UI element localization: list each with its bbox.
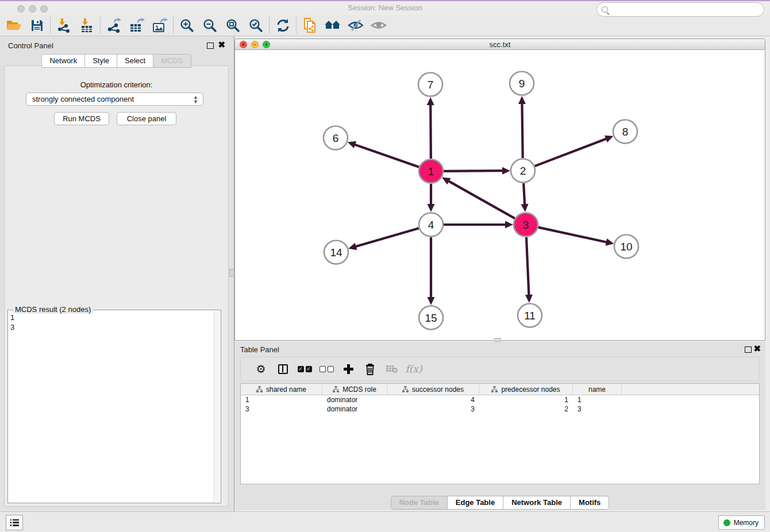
graph-edge-3-1[interactable] — [442, 178, 515, 218]
search-input[interactable] — [611, 5, 755, 14]
graph-edge-4-3[interactable] — [444, 221, 513, 229]
control-panel: Control Panel ✖ Network Style Select MCD… — [0, 36, 233, 511]
graph-node-label: 9 — [519, 78, 525, 90]
control-panel-float-button[interactable] — [207, 43, 214, 49]
graph-node-3[interactable]: 3 — [514, 213, 538, 237]
graph-edge-1-6[interactable] — [348, 141, 419, 167]
graph-edge-2-3[interactable] — [521, 183, 529, 212]
column-header-shared-name[interactable]: shared name — [241, 384, 322, 395]
save-session-button[interactable] — [25, 16, 48, 34]
zoom-selected-button[interactable] — [244, 16, 267, 34]
column-type-icon — [256, 386, 263, 392]
graph-node-14[interactable]: 14 — [324, 241, 348, 264]
network-graph[interactable]: 7968124314101511 — [235, 51, 765, 341]
graph-edge-3-11[interactable] — [525, 237, 533, 303]
columns-icon — [278, 364, 288, 374]
panel-splitter-handle[interactable] — [229, 269, 234, 277]
tab-motifs[interactable]: Motifs — [571, 496, 609, 510]
table-tabs: Node Table Edge Table Network Table Moti… — [234, 496, 765, 510]
network-window-titlebar[interactable]: × − + scc.txt — [235, 39, 765, 50]
optimization-criterion-label: Optimization criterion: — [5, 80, 228, 89]
task-history-button[interactable] — [6, 515, 23, 530]
graph-edge-2-9[interactable] — [518, 96, 526, 158]
graph-node-1[interactable]: 1 — [419, 160, 443, 183]
tab-style[interactable]: Style — [85, 54, 117, 68]
delete-column-button[interactable] — [359, 359, 381, 379]
close-panel-button[interactable]: Close panel — [117, 112, 176, 125]
split-view-button[interactable] — [272, 359, 294, 379]
tab-edge-table[interactable]: Edge Table — [448, 496, 503, 510]
table-panel-float-button[interactable] — [745, 346, 752, 353]
import-table-button[interactable] — [75, 16, 98, 34]
deselect-all-columns-button[interactable] — [315, 359, 337, 379]
select-all-columns-button[interactable]: ✓✓ — [294, 359, 315, 379]
search-box[interactable] — [596, 2, 764, 17]
open-session-button[interactable] — [2, 16, 25, 34]
export-table-icon — [129, 18, 145, 33]
task-list-icon — [10, 519, 19, 526]
main-toolbar — [0, 15, 770, 36]
network-canvas[interactable]: 7968124314101511 — [235, 51, 765, 340]
delete-table-button[interactable] — [381, 359, 403, 379]
zoom-out-button[interactable] — [198, 16, 221, 34]
apply-function-button[interactable]: f(x) — [403, 359, 425, 379]
graph-edge-1-4[interactable] — [428, 184, 435, 212]
graph-edge-1-7[interactable] — [427, 97, 434, 159]
tab-node-table[interactable]: Node Table — [391, 496, 448, 510]
graph-edge-4-15[interactable] — [428, 237, 435, 305]
graph-node-9[interactable]: 9 — [510, 72, 534, 95]
table-settings-button[interactable]: ⚙ — [250, 359, 272, 379]
graph-edge-2-8[interactable] — [535, 136, 614, 166]
graph-node-8[interactable]: 8 — [613, 120, 637, 144]
graph-node-6[interactable]: 6 — [324, 126, 348, 150]
tab-network-table[interactable]: Network Table — [503, 496, 571, 510]
import-network-icon — [56, 18, 71, 33]
graph-node-7[interactable]: 7 — [418, 73, 442, 97]
add-column-button[interactable] — [337, 359, 359, 379]
clone-network-button[interactable] — [298, 16, 321, 34]
control-panel-close-icon[interactable]: ✖ — [218, 41, 225, 48]
export-network-icon — [106, 18, 122, 33]
export-image-button[interactable] — [148, 16, 171, 34]
optimization-criterion-select[interactable]: strongly connected component ▲▼ — [26, 92, 203, 106]
graph-node-2[interactable]: 2 — [511, 159, 535, 183]
column-header-successor-nodes[interactable]: successor nodes — [387, 384, 479, 395]
tab-mcds[interactable]: MCDS — [153, 54, 191, 68]
delete-table-icon — [386, 364, 398, 373]
column-type-icon — [333, 386, 339, 392]
tab-select[interactable]: Select — [117, 54, 153, 68]
tab-network[interactable]: Network — [41, 54, 85, 68]
graph-node-15[interactable]: 15 — [419, 306, 443, 330]
hide-selected-button[interactable] — [344, 16, 367, 34]
import-network-button[interactable] — [52, 16, 75, 34]
export-table-button[interactable] — [125, 16, 148, 34]
refresh-layout-button[interactable] — [271, 16, 294, 34]
checked-boxes-icon: ✓✓ — [298, 366, 312, 372]
zoom-fit-button[interactable] — [221, 16, 244, 34]
network-view-window: × − + scc.txt 7968124314101511 — [234, 38, 765, 341]
network-table-splitter-handle[interactable] — [494, 338, 501, 342]
export-network-button[interactable] — [102, 16, 125, 34]
column-header-name[interactable]: name — [573, 384, 622, 395]
column-type-icon — [402, 386, 409, 392]
memory-button[interactable]: Memory — [718, 515, 765, 530]
graph-edge-4-14[interactable] — [348, 228, 419, 250]
graph-edge-3-10[interactable] — [538, 228, 614, 246]
zoom-out-icon — [202, 18, 217, 33]
run-mcds-button[interactable]: Run MCDS — [54, 112, 109, 125]
table-row[interactable]: 1 dominator 4 1 1 — [241, 395, 759, 404]
table-panel-close-icon[interactable]: ✖ — [753, 345, 761, 352]
mcds-result-text[interactable]: 1 3 — [10, 313, 213, 502]
zoom-in-button[interactable] — [175, 16, 198, 34]
first-neighbors-button[interactable] — [321, 16, 344, 34]
graph-edge-1-2[interactable] — [444, 167, 510, 175]
column-header-mcds-role[interactable]: MCDS role — [322, 384, 387, 395]
graph-node-4[interactable]: 4 — [419, 213, 443, 237]
result-scrollbar[interactable] — [214, 311, 220, 502]
trash-icon — [365, 363, 375, 375]
show-all-button[interactable] — [367, 16, 390, 34]
graph-node-11[interactable]: 11 — [518, 304, 542, 327]
graph-node-10[interactable]: 10 — [614, 235, 638, 259]
table-row[interactable]: 3 dominator 3 2 3 — [241, 404, 759, 414]
column-header-predecessor-nodes[interactable]: predecessor nodes — [479, 384, 573, 395]
